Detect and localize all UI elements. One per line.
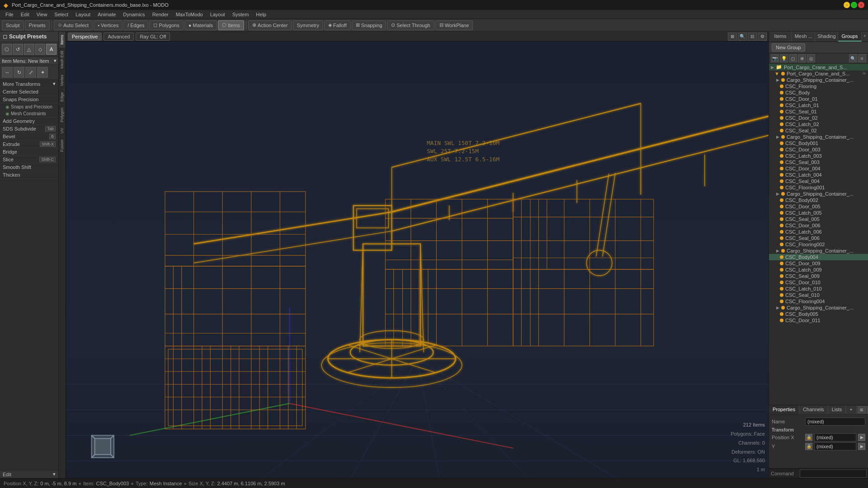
rp-mesh-btn[interactable]: ◻	[789, 54, 797, 62]
tree-csc-seal006[interactable]: CSC_Seal_006	[769, 235, 868, 241]
smooth-shift-tool[interactable]: Smooth Shift	[0, 164, 58, 171]
position-x-expand[interactable]: ▶	[858, 434, 865, 441]
center-selected[interactable]: Center Selected	[0, 88, 58, 96]
lvtab-uv[interactable]: UV	[59, 125, 66, 136]
more-transforms[interactable]: More Transforms ▾	[0, 80, 58, 88]
rp-search-btn[interactable]: 🔍	[849, 54, 857, 62]
tree-container-2[interactable]: ▶ Cargo_Shipping_Container_...	[769, 134, 868, 140]
mode-icon-4[interactable]: ◇	[35, 44, 46, 55]
menu-layout2[interactable]: Layout	[207, 10, 229, 19]
new-group-button[interactable]: New Group	[772, 43, 805, 52]
vp-zoom-btn[interactable]: 🔍	[738, 33, 747, 41]
tree-item-1[interactable]: ▶ Cargo_Shipping_Container_...	[769, 77, 868, 83]
menu-help[interactable]: Help	[252, 10, 270, 19]
transform-icon-3[interactable]: ⤢	[25, 67, 36, 78]
tree-csc-latch006[interactable]: CSC_Latch_006	[769, 229, 868, 235]
prop-tab-channels[interactable]: Channels	[799, 405, 828, 414]
snaps-precision[interactable]: Snaps Precision	[0, 96, 58, 103]
menu-animate[interactable]: Animate	[94, 10, 119, 19]
tree-csc-seal010[interactable]: CSC_Seal_010	[769, 292, 868, 298]
menu-edit[interactable]: Edit	[17, 10, 33, 19]
rp-locator-btn[interactable]: ◎	[807, 54, 815, 62]
edit-section[interactable]: Edit ▾	[0, 470, 58, 478]
add-geometry[interactable]: Add Geometry	[0, 117, 58, 125]
vp-tab-perspective[interactable]: Perspective	[68, 33, 102, 41]
rpanel-tab-items[interactable]: Items	[769, 32, 792, 42]
menu-view[interactable]: View	[33, 10, 51, 19]
close-button[interactable]: ×	[858, 2, 864, 8]
mesh-constraints-item[interactable]: ◉ Mesh Constraints	[0, 110, 58, 117]
polygons-button[interactable]: ◻ Polygons	[149, 20, 183, 30]
menu-layout[interactable]: Layout	[72, 10, 94, 19]
tree-csc-door005[interactable]: CSC_Door_005	[769, 203, 868, 210]
sculpt-presets-header[interactable]: ◻ Sculpt Presets	[0, 32, 58, 42]
menu-render[interactable]: Render	[149, 10, 172, 19]
tree-csc-latch010[interactable]: CSC_Latch_010	[769, 286, 868, 292]
command-input[interactable]	[800, 469, 867, 478]
rpanel-tab-groups[interactable]: Groups	[838, 32, 861, 42]
symmetry-button[interactable]: Symmetry	[293, 20, 324, 30]
bevel-tool[interactable]: Bevel B	[0, 133, 58, 141]
tree-csc-door010[interactable]: CSC_Door_010	[769, 279, 868, 286]
rp-light-btn[interactable]: 💡	[780, 54, 788, 62]
lvtab-mesh-edit[interactable]: Mesh Edit	[59, 47, 66, 71]
rp-null-btn[interactable]: ⊕	[798, 54, 806, 62]
vp-fit-btn[interactable]: ⊟	[748, 33, 757, 41]
titlebar-controls[interactable]: − □ ×	[844, 2, 864, 8]
menu-maxtomodo[interactable]: MaxToModo	[172, 10, 207, 19]
mode-icon-2[interactable]: ↺	[13, 44, 24, 55]
tree-csc-door011[interactable]: CSC_Door_011	[769, 317, 868, 324]
auto-select-button[interactable]: ⊹ Auto Select	[54, 20, 93, 30]
tree-csc-seal004[interactable]: CSC_Seal_004	[769, 178, 868, 184]
prop-tab-properties[interactable]: Properties	[769, 405, 799, 414]
vp-settings-btn[interactable]: ⚙	[758, 33, 767, 41]
tree-csc-door003[interactable]: CSC_Door_003	[769, 146, 868, 153]
mode-icon-active[interactable]: A	[46, 44, 57, 55]
item-menu[interactable]: Item Menu: New Item ▾	[0, 57, 58, 65]
vp-toggle-btn[interactable]: ⊠	[728, 33, 737, 41]
tree-csc-latch003[interactable]: CSC_Latch_003	[769, 153, 868, 159]
tree-item-0[interactable]: ▼ Port_Cargo_Crane_and_S... 👁	[769, 70, 868, 77]
maximize-button[interactable]: □	[851, 2, 857, 8]
tree-csc-body002[interactable]: CSC_Body002	[769, 197, 868, 203]
name-value[interactable]: (mixed)	[805, 418, 865, 426]
position-x-value[interactable]: (mixed)	[814, 433, 856, 441]
lvtab-polygon[interactable]: Polygon	[59, 104, 66, 125]
tree-csc-door004[interactable]: CSC_Door_004	[769, 165, 868, 172]
bridge-tool[interactable]: Bridge	[0, 148, 58, 156]
lvtab-fusion[interactable]: Fusion	[59, 136, 66, 155]
position-y-lock[interactable]: 🔒	[805, 443, 812, 450]
rp-camera-btn[interactable]: 📷	[771, 54, 779, 62]
items-button[interactable]: ⬡ Items	[218, 20, 244, 30]
materials-button[interactable]: ● Materials	[184, 20, 217, 30]
tree-container-3[interactable]: ▶ Cargo_Shipping_Container_...	[769, 191, 868, 197]
tree-csc-body004[interactable]: CSC_Body004	[769, 254, 868, 260]
tree-csc-seal02[interactable]: CSC_Seal_02	[769, 127, 868, 134]
rpanel-tab-mesh[interactable]: Mesh ...	[792, 32, 815, 42]
tree-csc-body001[interactable]: CSC_Body001	[769, 140, 868, 146]
menu-file[interactable]: File	[2, 10, 17, 19]
tree-root[interactable]: ▶ 📁 Port_Cargo_Crane_and_S...	[769, 64, 868, 70]
action-center-button[interactable]: ⊕ Action Center	[248, 20, 292, 30]
prop-tab-lists[interactable]: Lists	[828, 405, 846, 414]
thicken-tool[interactable]: Thicken	[0, 171, 58, 179]
tree-csc-seal01[interactable]: CSC_Seal_01	[769, 108, 868, 115]
transform-icon-1[interactable]: ↔	[2, 67, 13, 78]
tree-csc-door009[interactable]: CSC_Door_009	[769, 260, 868, 267]
position-y-expand[interactable]: ▶	[858, 443, 865, 450]
tree-csc-flooring002[interactable]: CSC_Flooring002	[769, 241, 868, 248]
tree-csc-seal009[interactable]: CSC_Seal_009	[769, 273, 868, 279]
presets-button[interactable]: Presets	[25, 20, 50, 30]
tree-csc-door02[interactable]: CSC_Door_02	[769, 115, 868, 121]
rpanel-add-tab[interactable]: +	[862, 32, 868, 42]
edges-button[interactable]: / Edges	[123, 20, 148, 30]
tree-container-4[interactable]: ▶ Cargo_Shipping_Container_...	[769, 248, 868, 254]
slice-tool[interactable]: Slice Shift-C	[0, 156, 58, 164]
tree-csc-flooring004[interactable]: CSC_Flooring004	[769, 298, 868, 305]
lvtab-items[interactable]: Items	[59, 32, 66, 47]
vp-tab-advanced[interactable]: Advanced	[104, 33, 134, 41]
tree-csc-door01[interactable]: CSC_Door_01	[769, 96, 868, 102]
workplane-button[interactable]: ⊟ WorkPlane	[435, 20, 473, 30]
tree-csc-seal005[interactable]: CSC_Seal_005	[769, 216, 868, 222]
tree-csc-seal003[interactable]: CSC_Seal_003	[769, 159, 868, 165]
